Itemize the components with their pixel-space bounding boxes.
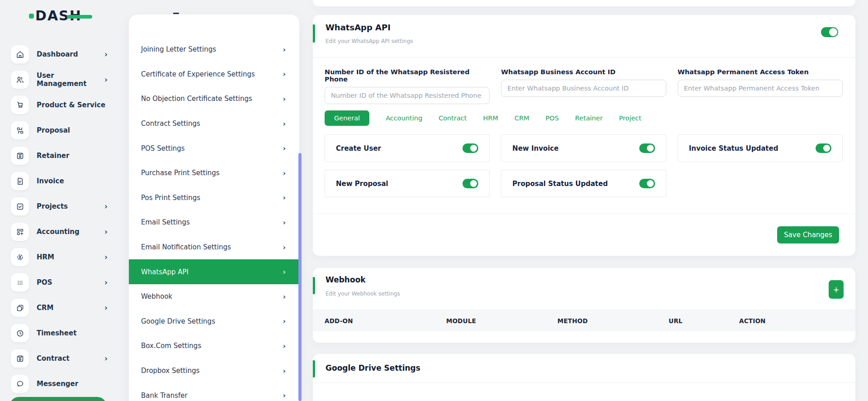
chevron-right-icon: › [283, 193, 286, 202]
invoice-status-updated-toggle[interactable] [816, 143, 831, 153]
tab-retainer[interactable]: Retainer [575, 115, 603, 122]
settings-item-label: Joining Letter Settings [141, 45, 216, 53]
settings-item-box-com[interactable]: Box.Com Settings› [129, 334, 299, 358]
sidebar-item-retainer[interactable]: Retainer [0, 143, 121, 168]
card-title: Webhook [326, 275, 366, 284]
add-webhook-button[interactable]: + [829, 280, 844, 299]
tab-general[interactable]: General [325, 110, 369, 126]
tab-hrm[interactable]: HRM [483, 115, 499, 122]
sidebar-item-invoice[interactable]: Invoice [0, 168, 121, 194]
sidebar-item-accounting[interactable]: Accounting › [0, 219, 121, 244]
chevron-right-icon: › [104, 228, 108, 236]
create-user-toggle[interactable] [462, 143, 478, 153]
chevron-right-icon: › [283, 45, 286, 54]
sidebar-bottom-button[interactable] [9, 397, 107, 401]
sidebar-item-label: Proposal [37, 126, 70, 134]
sidebar-item-label: User Management [37, 72, 104, 88]
settings-item-email-notification[interactable]: Email Notification Settings› [129, 235, 299, 260]
tab-contract[interactable]: Contract [439, 115, 467, 122]
toggle-label: New Proposal [336, 180, 388, 188]
tab-accounting[interactable]: Accounting [386, 115, 422, 122]
toggle-row-new-proposal: New Proposal [325, 170, 490, 197]
sidebar-item-messenger[interactable]: Messenger [0, 371, 121, 396]
settings-item-pos-settings[interactable]: POS Settings› [129, 136, 299, 161]
chevron-right-icon: › [104, 304, 108, 312]
toggle-row-invoice-status-updated: Invoice Status Updated [678, 134, 843, 162]
whatsapp-card-header: WhatsApp API Edit your WhatsApp API sett… [313, 15, 855, 57]
brand-logo[interactable]: DASH [29, 7, 82, 24]
column-header-add-on: ADD-ON [325, 317, 353, 325]
sidebar-item-label: Projects [37, 202, 68, 210]
settings-item-certificate-of-experience[interactable]: Certificate of Experience Settings› [129, 62, 299, 87]
save-changes-button[interactable]: Save Changes [777, 226, 839, 243]
settings-item-purchase-print[interactable]: Purchase Print Settings› [129, 161, 299, 186]
logo-green-bar [67, 15, 92, 19]
column-header-method: METHOD [557, 317, 588, 325]
sidebar-item-label: HRM [37, 253, 54, 261]
sidebar-item-crm[interactable]: CRM › [0, 295, 121, 320]
new-proposal-toggle[interactable] [462, 179, 478, 188]
webhook-table-header: ADD-ON MODULE METHOD URL ACTION [313, 310, 855, 331]
number-id-input[interactable] [325, 87, 490, 104]
settings-item-label: Box.Com Settings [141, 342, 201, 350]
whatsapp-notification-toggles: Create User New Invoice Invoice Status U… [325, 134, 843, 197]
form-group-business-account-id: Whatsapp Business Account ID [501, 68, 666, 104]
sidebar-item-pos[interactable]: POS › [0, 270, 121, 295]
tab-crm[interactable]: CRM [514, 115, 529, 122]
crm-icon [11, 299, 29, 317]
settings-item-whatsapp-api[interactable]: WhatsApp API› [129, 259, 299, 284]
chevron-right-icon: › [283, 243, 286, 252]
sidebar-item-projects[interactable]: Projects › [0, 194, 121, 219]
settings-item-no-objection-certificate[interactable]: No Objection Certificate Settings› [129, 86, 299, 111]
settings-item-webhook[interactable]: Webhook› [129, 284, 299, 309]
settings-item-bank-transfer[interactable]: Bank Transfer› [129, 383, 299, 401]
cart-icon [11, 96, 29, 114]
google-drive-settings-card: Google Drive Settings [313, 354, 855, 401]
chevron-right-icon: › [104, 253, 108, 261]
pos-icon [11, 273, 29, 291]
whatsapp-api-card: WhatsApp API Edit your WhatsApp API sett… [313, 15, 855, 256]
home-icon [11, 45, 29, 63]
sidebar-item-hrm[interactable]: HRM › [0, 244, 121, 270]
sidebar-item-label: CRM [37, 304, 54, 312]
tab-project[interactable]: Project [619, 115, 642, 122]
logo-dot [29, 14, 34, 19]
settings-item-dropbox[interactable]: Dropbox Settings› [129, 358, 299, 383]
business-account-id-input[interactable] [501, 80, 666, 97]
settings-panel-scrollbar[interactable] [298, 153, 302, 401]
sidebar-nav: Dashboard › User Management › Product & … [0, 42, 121, 396]
access-token-input[interactable] [678, 80, 843, 97]
toggle-knob [647, 145, 654, 152]
users-icon [11, 71, 29, 89]
sidebar-item-user-management[interactable]: User Management › [0, 67, 121, 92]
toggle-row-create-user: Create User [325, 134, 490, 162]
retainer-icon [11, 147, 29, 165]
clock-icon [11, 324, 29, 342]
settings-item-email-settings[interactable]: Email Settings› [129, 210, 299, 235]
tab-pos[interactable]: POS [546, 115, 559, 122]
whatsapp-enabled-toggle[interactable] [821, 27, 838, 37]
sidebar-item-proposal[interactable]: Proposal [0, 118, 121, 143]
sidebar-item-timesheet[interactable]: Timesheet [0, 320, 121, 346]
chevron-right-icon: › [283, 292, 286, 301]
clipped-menu-item-fragment [173, 13, 179, 14]
settings-item-contract-settings[interactable]: Contract Settings› [129, 111, 299, 136]
sidebar-item-label: Retainer [37, 152, 69, 160]
whatsapp-form-row: Number ID of the Whatsapp Resistered Pho… [325, 68, 843, 104]
settings-item-google-drive[interactable]: Google Drive Settings› [129, 309, 299, 334]
sidebar-item-dashboard[interactable]: Dashboard › [0, 42, 121, 67]
settings-item-joining-letter[interactable]: Joining Letter Settings› [129, 37, 299, 62]
chevron-right-icon: › [104, 355, 108, 363]
toggle-knob [470, 180, 477, 187]
card-subtitle: Edit your Webhook settings [326, 291, 400, 297]
new-invoice-toggle[interactable] [639, 143, 655, 153]
form-group-access-token: Whatsapp Permanent Access Token [678, 68, 843, 104]
card-title: WhatsApp API [326, 23, 391, 32]
chevron-right-icon: › [283, 391, 286, 400]
google-drive-card-header: Google Drive Settings [313, 354, 855, 383]
settings-item-pos-print[interactable]: Pos Print Settings› [129, 186, 299, 210]
proposal-status-updated-toggle[interactable] [639, 179, 655, 188]
sidebar-item-product-service[interactable]: Product & Service [0, 92, 121, 118]
sidebar-item-contract[interactable]: Contract › [0, 346, 121, 371]
chevron-right-icon: › [104, 203, 108, 210]
